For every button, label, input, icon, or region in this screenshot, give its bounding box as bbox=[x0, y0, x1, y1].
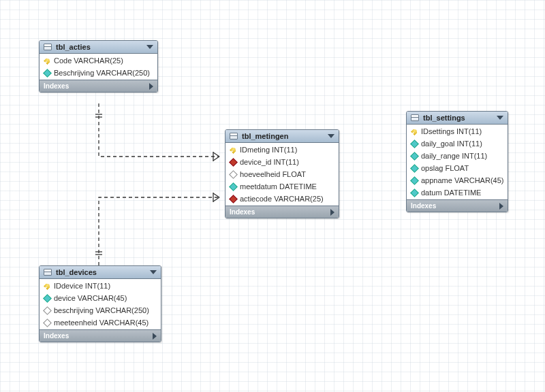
column-text: device_id INT(11) bbox=[240, 158, 299, 166]
columns-list: IDdevice INT(11) device VARCHAR(45) besc… bbox=[40, 279, 161, 329]
diamond-icon bbox=[229, 195, 238, 203]
column-row[interactable]: device_id INT(11) bbox=[225, 156, 339, 168]
key-icon bbox=[411, 127, 418, 135]
entity-tbl-devices[interactable]: tbl_devices IDdevice INT(11) device VARC… bbox=[39, 265, 161, 342]
column-row[interactable]: meeteenheid VARCHAR(45) bbox=[40, 316, 161, 329]
expand-icon[interactable] bbox=[149, 83, 153, 90]
indexes-section[interactable]: Indexes bbox=[40, 80, 157, 92]
column-row[interactable]: actiecode VARCHAR(25) bbox=[225, 193, 339, 205]
diamond-icon bbox=[410, 152, 419, 161]
column-row[interactable]: beschrijving VARCHAR(250) bbox=[40, 304, 161, 316]
column-text: datum DATETIME bbox=[421, 189, 481, 197]
entity-header[interactable]: tbl_acties bbox=[40, 41, 157, 54]
table-icon bbox=[44, 44, 52, 50]
column-row[interactable]: daily_goal INT(11) bbox=[407, 137, 508, 150]
entity-tbl-settings[interactable]: tbl_settings IDsettings INT(11) daily_go… bbox=[406, 111, 508, 212]
column-text: IDsettings INT(11) bbox=[421, 127, 482, 135]
column-row[interactable]: opslag FLOAT bbox=[407, 162, 508, 174]
indexes-label: Indexes bbox=[44, 82, 69, 90]
entity-title: tbl_metingen bbox=[242, 132, 324, 140]
column-text: Code VARCHAR(25) bbox=[54, 56, 123, 65]
diamond-icon bbox=[410, 176, 419, 185]
column-row[interactable]: Code VARCHAR(25) bbox=[40, 54, 157, 67]
expand-icon[interactable] bbox=[153, 333, 157, 340]
indexes-label: Indexes bbox=[411, 202, 436, 210]
diamond-icon bbox=[43, 294, 52, 303]
column-row[interactable]: IDsettings INT(11) bbox=[407, 125, 508, 137]
column-row[interactable]: datum DATETIME bbox=[407, 186, 508, 199]
diamond-icon bbox=[229, 158, 238, 167]
column-text: device VARCHAR(45) bbox=[54, 294, 127, 302]
indexes-section[interactable]: Indexes bbox=[225, 206, 339, 218]
svg-line-2 bbox=[213, 152, 219, 157]
column-row[interactable]: hoeveelheid FLOAT bbox=[225, 168, 339, 180]
diamond-icon bbox=[229, 170, 238, 179]
diamond-icon bbox=[43, 306, 52, 315]
diamond-icon bbox=[229, 182, 238, 191]
expand-icon[interactable] bbox=[499, 203, 503, 210]
collapse-icon[interactable] bbox=[497, 116, 503, 120]
columns-list: IDmeting INT(11) device_id INT(11) hoeve… bbox=[225, 143, 339, 206]
entity-title: tbl_devices bbox=[56, 268, 146, 276]
column-row[interactable]: Beschrijving VARCHAR(250) bbox=[40, 67, 157, 79]
column-text: daily_range INT(11) bbox=[421, 152, 487, 160]
entity-header[interactable]: tbl_settings bbox=[407, 112, 508, 125]
entity-tbl-acties[interactable]: tbl_acties Code VARCHAR(25) Beschrijving… bbox=[39, 40, 158, 93]
column-text: appname VARCHAR(45) bbox=[421, 176, 503, 184]
columns-list: IDsettings INT(11) daily_goal INT(11) da… bbox=[407, 125, 508, 199]
column-row[interactable]: meetdatum DATETIME bbox=[225, 180, 339, 193]
diamond-icon bbox=[410, 164, 419, 173]
column-text: meetdatum DATETIME bbox=[240, 182, 317, 191]
table-icon bbox=[44, 269, 52, 276]
column-row[interactable]: device VARCHAR(45) bbox=[40, 292, 161, 304]
column-row[interactable]: IDmeting INT(11) bbox=[225, 144, 339, 156]
column-text: hoeveelheid FLOAT bbox=[240, 170, 306, 178]
column-text: IDdevice INT(11) bbox=[54, 282, 110, 290]
collapse-icon[interactable] bbox=[146, 45, 153, 49]
indexes-section[interactable]: Indexes bbox=[407, 199, 508, 212]
column-row[interactable]: appname VARCHAR(45) bbox=[407, 174, 508, 186]
indexes-label: Indexes bbox=[230, 208, 255, 216]
diamond-icon bbox=[410, 140, 419, 148]
table-icon bbox=[230, 133, 238, 140]
entity-title: tbl_settings bbox=[423, 114, 493, 122]
svg-line-3 bbox=[213, 157, 219, 161]
entity-header[interactable]: tbl_metingen bbox=[225, 130, 339, 143]
collapse-icon[interactable] bbox=[328, 134, 334, 138]
column-row[interactable]: IDdevice INT(11) bbox=[40, 280, 161, 292]
key-icon bbox=[44, 282, 51, 289]
column-text: beschrijving VARCHAR(250) bbox=[54, 306, 149, 314]
diamond-icon bbox=[410, 189, 419, 197]
indexes-section[interactable]: Indexes bbox=[40, 329, 161, 342]
column-text: daily_goal INT(11) bbox=[421, 140, 482, 148]
svg-line-7 bbox=[213, 193, 219, 197]
diamond-icon bbox=[43, 69, 52, 78]
column-text: opslag FLOAT bbox=[421, 164, 469, 172]
column-text: actiecode VARCHAR(25) bbox=[240, 195, 324, 203]
expand-icon[interactable] bbox=[330, 209, 334, 216]
table-icon bbox=[411, 114, 419, 121]
key-icon bbox=[44, 56, 51, 64]
entity-tbl-metingen[interactable]: tbl_metingen IDmeting INT(11) device_id … bbox=[225, 129, 339, 218]
svg-line-8 bbox=[213, 197, 219, 201]
collapse-icon[interactable] bbox=[150, 270, 157, 274]
entity-header[interactable]: tbl_devices bbox=[40, 266, 161, 279]
key-icon bbox=[230, 146, 237, 153]
column-text: meeteenheid VARCHAR(45) bbox=[54, 318, 149, 327]
column-row[interactable]: daily_range INT(11) bbox=[407, 150, 508, 162]
entity-title: tbl_acties bbox=[56, 43, 142, 51]
columns-list: Code VARCHAR(25) Beschrijving VARCHAR(25… bbox=[40, 54, 157, 80]
column-text: IDmeting INT(11) bbox=[240, 146, 297, 154]
indexes-label: Indexes bbox=[44, 332, 69, 340]
column-text: Beschrijving VARCHAR(250) bbox=[54, 69, 150, 77]
diamond-icon bbox=[43, 318, 52, 327]
